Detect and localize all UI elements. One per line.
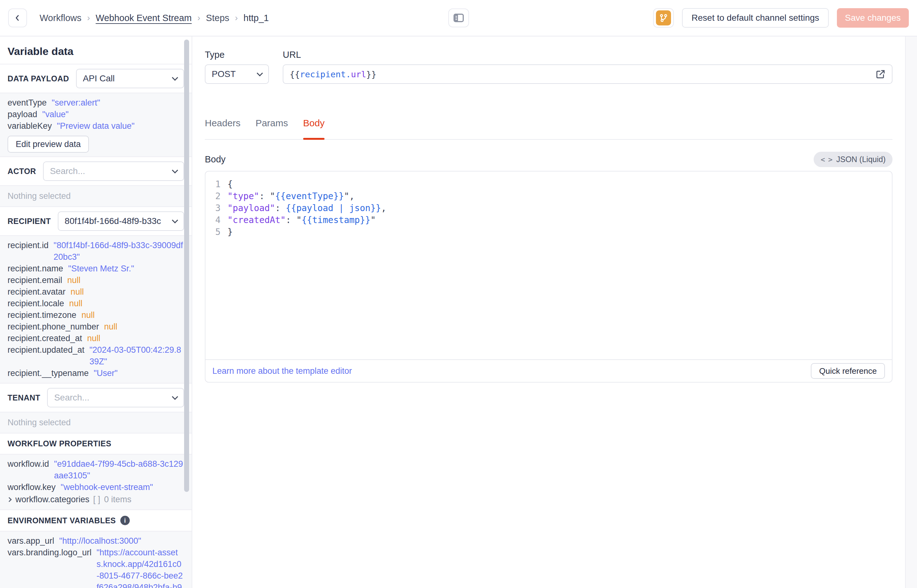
sidebar-toggle-button[interactable] xyxy=(448,8,469,27)
save-changes-button[interactable]: Save changes xyxy=(837,8,909,27)
panel-layout-icon xyxy=(453,13,464,23)
actor-search-placeholder: Search... xyxy=(50,166,85,176)
data-payload-preview: eventType"server:alert"payload"value"var… xyxy=(0,93,192,157)
data-payload-selected-value: API Call xyxy=(83,73,115,84)
url-field: URL {{recipient.url}} xyxy=(283,50,893,84)
property-value: null xyxy=(104,321,117,333)
property-key: recipient.id xyxy=(8,240,49,263)
actor-search-select[interactable]: Search... xyxy=(43,162,184,181)
tab-headers[interactable]: Headers xyxy=(205,118,241,139)
chevron-right-expander-icon[interactable] xyxy=(7,497,12,502)
commit-changes-button[interactable] xyxy=(653,8,674,27)
syntax-token: {{eventType}} xyxy=(275,191,344,201)
syntax-token: "type" xyxy=(228,191,259,201)
property-row: workflow.id"e91ddae4-7f99-45cb-a688-3c12… xyxy=(8,458,184,481)
property-row: recipient.updated_at"2024-03-05T00:42:29… xyxy=(8,344,184,367)
property-key: recipient.timezone xyxy=(8,309,76,321)
property-key: workflow.id xyxy=(8,458,49,481)
actor-row: ACTOR Search... xyxy=(0,157,192,185)
line-number: 5 xyxy=(205,226,228,238)
recipient-row: RECIPIENT 80f1f4bf-166d-48f9-b33c xyxy=(0,207,192,235)
code-line: 1{ xyxy=(205,178,892,191)
request-tabs: Headers Params Body xyxy=(205,118,893,140)
page-scrollbar-gutter[interactable] xyxy=(905,36,917,588)
property-value: "server:alert" xyxy=(52,97,100,109)
chevron-down-icon xyxy=(257,70,263,76)
property-value: null xyxy=(69,298,82,309)
request-config-row: Type POST URL {{recipient.url}} xyxy=(205,50,893,84)
property-row: payload"value" xyxy=(8,109,184,120)
method-selected-value: POST xyxy=(212,69,236,79)
syntax-token: : xyxy=(259,191,270,201)
tenant-empty-state: Nothing selected xyxy=(8,416,184,429)
tab-body[interactable]: Body xyxy=(303,118,325,139)
chevron-down-icon xyxy=(172,217,178,223)
recipient-select[interactable]: 80f1f4bf-166d-48f9-b33c xyxy=(58,212,184,231)
breadcrumb-steps[interactable]: Steps xyxy=(206,13,229,23)
property-value: null xyxy=(67,275,81,286)
workflow-categories-key: workflow.categories xyxy=(15,493,90,506)
code-line: 3"payload": {{payload | json}}, xyxy=(205,202,892,214)
property-value: null xyxy=(81,309,95,321)
line-number: 4 xyxy=(205,214,228,226)
sidebar-scrollbar-thumb[interactable] xyxy=(184,40,189,492)
property-row: recipient.avatarnull xyxy=(8,286,184,298)
variable-data-sidebar: Variable data DATA PAYLOAD API Call even… xyxy=(0,36,192,588)
property-key: recipient.created_at xyxy=(8,333,82,344)
edit-preview-data-button[interactable]: Edit preview data xyxy=(8,136,89,153)
back-button[interactable] xyxy=(8,8,27,27)
actor-label: ACTOR xyxy=(8,167,36,176)
editor-language-label: JSON (Liquid) xyxy=(836,155,886,164)
tab-params[interactable]: Params xyxy=(255,118,288,139)
method-select[interactable]: POST xyxy=(205,65,269,84)
property-row: recipient.timezonenull xyxy=(8,309,184,321)
property-key: recipient.name xyxy=(8,263,63,275)
external-link-icon[interactable] xyxy=(875,69,886,79)
syntax-token: "payload" xyxy=(228,203,275,213)
syntax-token: {{ xyxy=(290,69,300,79)
syntax-token: } xyxy=(228,227,233,237)
property-key: workflow.key xyxy=(8,481,56,493)
editor-footer: Learn more about the template editor Qui… xyxy=(205,359,892,382)
workflow-props: workflow.id"e91ddae4-7f99-45cb-a688-3c12… xyxy=(8,458,184,493)
syntax-token: "createdAt" xyxy=(228,215,286,225)
property-row: variableKey"Preview data value" xyxy=(8,120,184,132)
property-row: eventType"server:alert" xyxy=(8,97,184,109)
syntax-token: }} xyxy=(366,69,377,79)
recipient-label: RECIPIENT xyxy=(8,217,51,226)
syntax-token: ", xyxy=(344,191,355,201)
code-brackets-icon: < > xyxy=(820,155,832,164)
template-editor-docs-link[interactable]: Learn more about the template editor xyxy=(212,366,352,376)
data-payload-select[interactable]: API Call xyxy=(76,69,184,88)
code-line: 2"type": "{{eventType}}", xyxy=(205,191,892,202)
code-editor[interactable]: 1{2"type": "{{eventType}}",3"payload": {… xyxy=(205,171,892,359)
reset-channel-settings-button[interactable]: Reset to default channel settings xyxy=(682,8,828,27)
git-branch-icon xyxy=(656,10,671,26)
top-bar: Workflows › Webhook Event Stream › Steps… xyxy=(0,0,917,36)
data-payload-row: DATA PAYLOAD API Call xyxy=(0,65,192,93)
tenant-search-select[interactable]: Search... xyxy=(47,388,184,407)
environment-variables-header: ENVIRONMENT VARIABLES i xyxy=(0,510,192,531)
syntax-token: : xyxy=(286,215,296,225)
url-input[interactable]: {{recipient.url}} xyxy=(283,65,893,84)
syntax-token: recipient. xyxy=(300,69,351,79)
actor-empty-state: Nothing selected xyxy=(8,190,184,203)
property-value: "2024-03-05T00:42:29.839Z" xyxy=(90,344,184,367)
breadcrumb-separator: › xyxy=(235,13,238,23)
workflow-properties-preview: workflow.id"e91ddae4-7f99-45cb-a688-3c12… xyxy=(0,454,192,510)
environment-variables-label: ENVIRONMENT VARIABLES xyxy=(8,516,116,525)
property-value: "value" xyxy=(42,109,69,120)
quick-reference-button[interactable]: Quick reference xyxy=(811,363,885,379)
syntax-token: {{payload | json}} xyxy=(286,203,381,213)
chevron-down-icon xyxy=(172,74,178,81)
line-number: 1 xyxy=(205,178,228,191)
property-key: variableKey xyxy=(8,120,52,132)
line-number: 3 xyxy=(205,202,228,214)
editor-language-badge: < > JSON (Liquid) xyxy=(814,152,893,167)
property-row: recipient.emailnull xyxy=(8,275,184,286)
info-icon[interactable]: i xyxy=(120,516,130,525)
breadcrumb-workflow-name[interactable]: Webhook Event Stream xyxy=(96,13,192,23)
property-key: recipient.phone_number xyxy=(8,321,99,333)
breadcrumb-workflows[interactable]: Workflows xyxy=(40,13,81,23)
method-field-label: Type xyxy=(205,50,269,60)
